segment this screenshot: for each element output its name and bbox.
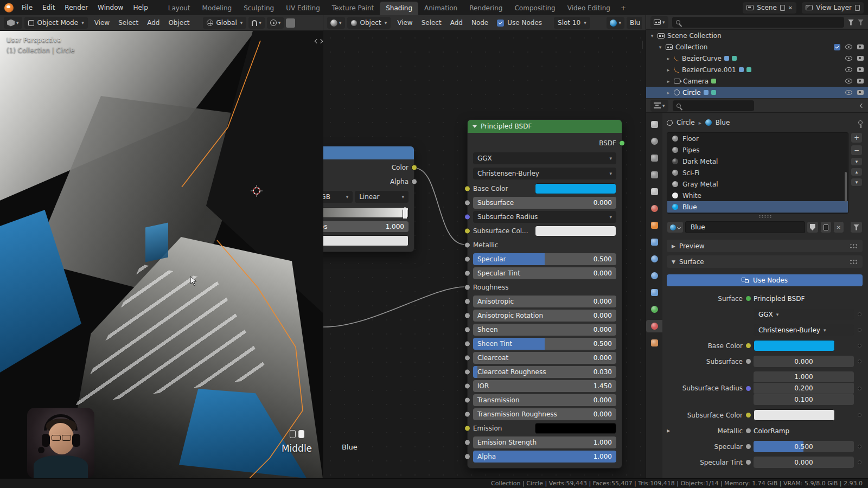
colorramp-stop-marker[interactable]	[403, 207, 407, 219]
color-output-socket[interactable]	[411, 165, 417, 171]
region-collapse-toggle[interactable]	[642, 41, 642, 48]
socket-sheen-tint[interactable]	[464, 341, 470, 347]
properties-tab-tool[interactable]	[646, 118, 662, 131]
editor-type-button[interactable]	[650, 100, 668, 112]
editor-type-button[interactable]	[4, 17, 22, 29]
hide-eye-icon[interactable]	[845, 56, 852, 61]
color-swatch-base-color[interactable]	[754, 340, 835, 351]
scrollbar[interactable]	[845, 172, 847, 202]
use-nodes-button[interactable]: Use Nodes	[667, 274, 863, 286]
colorramp-color-output[interactable]: Color	[323, 162, 409, 174]
socket-sheen[interactable]	[464, 327, 470, 333]
properties-tab-texture[interactable]	[646, 337, 662, 349]
copy-view-layer-icon[interactable]	[855, 5, 860, 11]
decorator-dot[interactable]	[858, 387, 861, 390]
blender-logo-icon[interactable]	[4, 3, 14, 12]
pb-input-sheen-tint[interactable]: Sheen Tint0.500	[473, 338, 616, 350]
fake-user-button[interactable]	[807, 221, 819, 233]
transform-orientation-dropdown[interactable]: Global	[203, 17, 247, 29]
properties-tab-render[interactable]	[646, 135, 662, 147]
shader-menu-add[interactable]: Add	[446, 19, 467, 27]
material-slot-floor[interactable]: Floor	[667, 133, 848, 144]
pb-input-subsurface[interactable]: Subsurface0.000	[473, 197, 616, 209]
use-nodes-checkbox[interactable]: Use Nodes	[495, 19, 544, 27]
outliner-row-collection[interactable]: Collection	[646, 41, 868, 53]
value-field-specular-tint[interactable]: 0.000	[754, 457, 854, 468]
disclosure-triangle-icon[interactable]	[666, 56, 671, 61]
pb-input-anisotropic[interactable]: Anisotropic0.000	[473, 296, 616, 307]
pb-input-emission-strength[interactable]: Emission Strength1.000	[473, 436, 616, 448]
move-slot-up-button[interactable]: ▴	[851, 168, 863, 176]
colorramp-gradient[interactable]	[323, 207, 409, 218]
colorramp-pos-field[interactable]: Pos 1.000	[323, 221, 409, 232]
breadcrumb-object[interactable]: Circle	[676, 119, 695, 126]
properties-tab-world[interactable]	[646, 202, 662, 215]
principled-bsdf-node[interactable]: Principled BSDF BSDF GGX Christensen-Bur…	[467, 119, 622, 468]
material-slot-blue[interactable]: Blue	[667, 201, 848, 213]
disable-render-icon[interactable]	[857, 67, 864, 72]
menu-help[interactable]: Help	[128, 4, 152, 11]
material-slot-gray-metal[interactable]: Gray Metal	[667, 178, 848, 190]
pb-input-base-color[interactable]: Base Color	[473, 183, 616, 195]
shader-menu-view[interactable]: View	[393, 19, 417, 27]
value-field-specular-tint[interactable]: Specular Tint0.000	[473, 267, 616, 279]
socket-emission[interactable]	[464, 426, 470, 432]
remove-slot-button[interactable]: −	[851, 145, 863, 156]
viewport-menu-object[interactable]: Object	[164, 19, 194, 27]
color-swatch-subsurface-color[interactable]	[754, 409, 835, 421]
hide-eye-icon[interactable]	[845, 90, 852, 95]
value-field-sheen-tint[interactable]: Sheen Tint0.500	[473, 338, 616, 350]
tab-animation[interactable]: Animation	[418, 2, 463, 15]
decorator-dot[interactable]	[858, 460, 861, 464]
viewport-menu-add[interactable]: Add	[143, 19, 164, 27]
shader-menu-select[interactable]: Select	[417, 19, 446, 27]
hide-eye-icon[interactable]	[845, 67, 852, 72]
distribution-dropdown[interactable]: GGX	[473, 152, 616, 164]
bsdf-output[interactable]: BSDF	[473, 137, 616, 149]
shader-type-dropdown[interactable]: Object	[347, 17, 391, 29]
checkbox-icon[interactable]	[834, 44, 840, 50]
tab-texture-paint[interactable]: Texture Paint	[326, 2, 380, 15]
shader-node-editor[interactable]: Color Alpha RGB Linear Pos 1.000	[323, 31, 646, 478]
socket-roughness[interactable]	[464, 285, 470, 291]
tab-shading[interactable]: Shading	[380, 2, 418, 15]
outliner-row-camera[interactable]: Camera	[646, 75, 868, 87]
panel-grip-icon[interactable]	[850, 243, 858, 249]
properties-tab-object[interactable]	[646, 219, 662, 232]
dropdown-subsurface-radius[interactable]: Subsurface Radius	[473, 211, 616, 223]
value-field-clearcoat-roughness[interactable]: Clearcoat Roughness0.030	[473, 366, 616, 378]
colorramp-stop-color-swatch[interactable]	[323, 235, 409, 246]
options-chevron-icon[interactable]	[860, 103, 864, 107]
properties-search-box[interactable]	[673, 100, 754, 111]
menu-file[interactable]: File	[17, 4, 37, 11]
value-field-transmission[interactable]: Transmission0.000	[473, 394, 616, 406]
disclosure-triangle-icon[interactable]	[649, 33, 655, 38]
surface-panel-header[interactable]: ▼ Surface	[667, 255, 863, 268]
material-slot-white[interactable]: White	[667, 190, 848, 201]
dropdown-ggx[interactable]: GGX	[754, 309, 854, 320]
panel-grip-icon[interactable]	[850, 259, 858, 265]
view-layer-selector[interactable]: View Layer	[802, 2, 864, 14]
decorator-dot[interactable]	[858, 328, 861, 332]
disable-render-icon[interactable]	[857, 79, 864, 84]
breadcrumb-material[interactable]: Blue	[716, 119, 730, 126]
disclosure-triangle-icon[interactable]	[666, 90, 671, 95]
outliner-search-box[interactable]	[672, 17, 844, 28]
viewport-menu-select[interactable]: Select	[114, 19, 143, 27]
socket-anisotropic-rotation[interactable]	[464, 313, 470, 319]
value-field-anisotropic-rotation[interactable]: Anisotropic Rotation0.000	[473, 310, 616, 322]
material-name-field[interactable]: Blu	[627, 17, 642, 29]
value-field-transmission-roughness[interactable]: Transmission Roughness0.000	[473, 408, 616, 420]
material-specials-button[interactable]	[850, 221, 863, 233]
outliner-row-beziercurve-001[interactable]: BezierCurve.001	[646, 64, 868, 75]
material-slot-pipes[interactable]: Pipes	[667, 144, 848, 156]
filter-icon[interactable]	[848, 20, 854, 25]
pb-input-clearcoat-roughness[interactable]: Clearcoat Roughness0.030	[473, 366, 616, 378]
add-slot-button[interactable]: +	[851, 132, 863, 143]
socket-base-color[interactable]	[464, 186, 470, 192]
editor-type-button[interactable]	[650, 16, 668, 28]
socket-ior[interactable]	[464, 383, 470, 389]
viewport-shading-button[interactable]	[286, 18, 295, 28]
proportional-edit-dropdown[interactable]	[267, 17, 284, 29]
outliner[interactable]: Scene CollectionCollectionBezierCurveBez…	[646, 15, 868, 99]
